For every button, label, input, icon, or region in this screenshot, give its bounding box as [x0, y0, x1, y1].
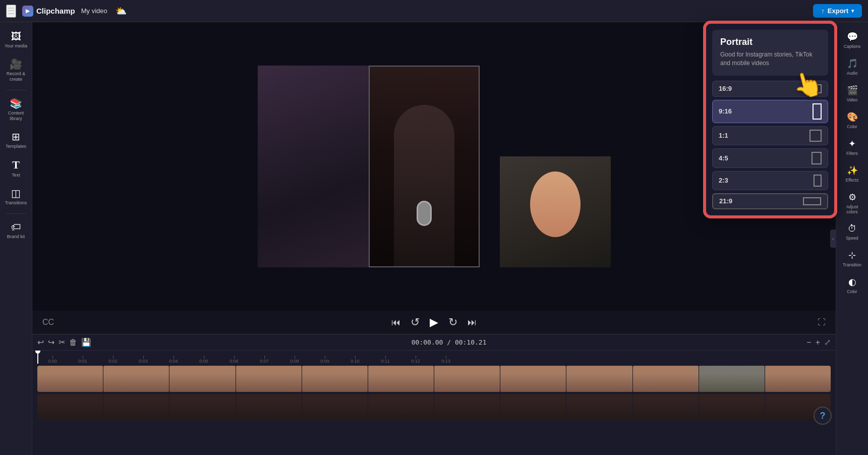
redo-button[interactable]: ↪: [48, 337, 54, 347]
delete-button[interactable]: 🗑: [69, 338, 77, 347]
effects-label: Effects: [846, 178, 859, 183]
right-sidebar: ‹ 💬 Captions 🎵 Audio 🎬 Video 🎨 Color ✦ F…: [836, 22, 868, 455]
right-sidebar-video[interactable]: 🎬 Video: [838, 81, 866, 106]
forward-button[interactable]: ↻: [448, 316, 457, 329]
fullscreen-icon: ⛶: [818, 318, 826, 327]
aspect-option-4-5[interactable]: 4:5: [712, 148, 828, 168]
right-sidebar-filters[interactable]: ✦ Filters: [838, 134, 866, 160]
aspect-label-2-3: 2:3: [719, 177, 728, 184]
content-library-icon: 📚: [10, 98, 22, 108]
zoom-in-button[interactable]: +: [816, 338, 820, 347]
fullscreen-button[interactable]: ⛶: [818, 318, 826, 327]
aspect-tooltip: Portrait Good for Instagram stories, Tik…: [712, 30, 828, 76]
ruler-marker-9: 0:09: [310, 356, 340, 364]
rewind-button[interactable]: ↺: [411, 316, 420, 329]
sidebar-item-text[interactable]: T Text: [2, 155, 30, 182]
aspect-visual-2-3: [814, 175, 822, 187]
aspect-rect-16-9: [805, 84, 822, 93]
aspect-rect-9-16: [813, 103, 822, 120]
effects-icon: ✨: [847, 165, 858, 176]
color2-icon: ◐: [848, 276, 856, 288]
right-sidebar-audio[interactable]: 🎵 Audio: [838, 54, 866, 80]
dark-frame-7: [434, 394, 500, 420]
sidebar-separator: [6, 90, 26, 90]
aspect-option-2-3[interactable]: 2:3: [712, 171, 828, 190]
aspect-rect-2-3: [814, 175, 822, 187]
frame-6: [368, 366, 434, 392]
bg-img-center: [370, 67, 479, 266]
sidebar-item-templates[interactable]: ⊞ Templates: [2, 128, 30, 153]
frame-9: [566, 366, 632, 392]
right-sidebar-captions[interactable]: 💬 Captions: [838, 27, 866, 53]
sidebar-item-transitions[interactable]: ◫ Transitions: [2, 184, 30, 210]
sidebar-item-your-media[interactable]: 🖼 Your media: [2, 27, 30, 53]
ruler-marker-5: 0:05: [189, 356, 219, 364]
track-1[interactable]: [37, 366, 831, 392]
export-label: Export: [828, 7, 848, 15]
timeline-ruler: 0:00 0:01 0:02 0:03 0:04 0:05 0:06 0:07 …: [32, 351, 836, 364]
filters-icon: ✦: [848, 138, 856, 149]
track-2[interactable]: [37, 394, 831, 420]
color-label: Color: [847, 124, 857, 129]
dark-frame-9: [566, 394, 632, 420]
sidebar-item-brand-kit[interactable]: 🏷 Brand kit: [2, 218, 30, 244]
sidebar-item-content-library[interactable]: 📚 Content library: [2, 94, 30, 126]
right-sidebar-effects[interactable]: ✨ Effects: [838, 161, 866, 187]
sidebar-label-record-create: Record & create: [7, 71, 26, 82]
right-sidebar-transition[interactable]: ⊹ Transition: [838, 246, 866, 271]
timeline-area: ↩ ↪ ✂ 🗑 💾 00:00.00 / 00:10.21 − + ⤢: [32, 334, 836, 455]
play-button[interactable]: ▶: [430, 316, 438, 329]
timeline-expand-button[interactable]: ⤢: [824, 337, 831, 347]
sidebar-collapse-button[interactable]: ‹: [830, 230, 836, 248]
dark-frame-1: [37, 394, 103, 420]
ruler-marker-6: 0:06: [219, 356, 249, 364]
hamburger-button[interactable]: ☰: [6, 5, 16, 18]
right-sidebar-adjust-colors[interactable]: ⚙ Adjust colors: [838, 188, 866, 218]
export-button[interactable]: ↑ Export ▾: [813, 4, 862, 18]
video-title[interactable]: My video: [81, 7, 107, 15]
color2-label: Color: [847, 289, 857, 294]
aspect-option-1-1[interactable]: 1:1: [712, 126, 828, 145]
aspect-visual-4-5: [812, 152, 822, 164]
mic-visual: [417, 201, 432, 226]
aspect-visual-9-16: [813, 103, 822, 120]
ruler-marker-3: 0:03: [128, 356, 158, 364]
playhead[interactable]: [37, 351, 38, 364]
aspect-tooltip-desc: Good for Instagram stories, TikTok and m…: [720, 50, 820, 68]
zoom-out-button[interactable]: −: [806, 338, 811, 347]
aspect-rect-4-5: [812, 152, 822, 164]
aspect-option-16-9[interactable]: 16:9: [712, 81, 828, 97]
cc-button[interactable]: CC: [42, 318, 54, 327]
video-clip-right: [500, 156, 611, 267]
playhead-dot: [35, 351, 40, 354]
time-display: 00:00.00 / 00:10.21: [95, 338, 802, 346]
help-button[interactable]: ?: [814, 407, 832, 425]
frame-7: [434, 366, 500, 392]
aspect-option-21-9[interactable]: 21:9: [712, 193, 828, 209]
transitions-icon: ◫: [11, 188, 21, 198]
ruler-marker-2: 0:02: [98, 356, 128, 364]
sidebar-label-content-library: Content library: [8, 110, 24, 122]
skip-back-button[interactable]: ⏮: [391, 317, 400, 328]
aspect-options: 16:9 9:16 1:1 4:5 2:3: [712, 81, 828, 209]
right-sidebar-speed[interactable]: ⏱ Speed: [838, 219, 866, 245]
aspect-visual-21-9: [803, 197, 821, 205]
export-chevron: ▾: [851, 8, 854, 14]
aspect-label-4-5: 4:5: [719, 154, 728, 162]
right-sidebar-color[interactable]: 🎨 Color: [838, 107, 866, 133]
aspect-option-9-16[interactable]: 9:16: [712, 100, 828, 123]
speed-icon: ⏱: [848, 223, 857, 234]
timeline-toolbar: ↩ ↪ ✂ 🗑 💾 00:00.00 / 00:10.21 − + ⤢: [32, 334, 836, 351]
sidebar-item-record-create[interactable]: 🎥 Record & create: [2, 55, 30, 86]
templates-icon: ⊞: [12, 132, 20, 142]
undo-button[interactable]: ↩: [37, 337, 44, 347]
cut-button[interactable]: ✂: [59, 337, 65, 347]
aspect-tooltip-title: Portrait: [720, 37, 820, 47]
audio-icon: 🎵: [847, 58, 858, 69]
app-name: Clipchamp: [36, 7, 75, 15]
right-sidebar-color2[interactable]: ◐ Color: [838, 272, 866, 298]
captions-icon: 💬: [847, 31, 858, 42]
skip-forward-button[interactable]: ⏭: [468, 317, 477, 328]
zoom-controls: − + ⤢: [806, 337, 831, 347]
save-frame-button[interactable]: 💾: [81, 337, 91, 347]
